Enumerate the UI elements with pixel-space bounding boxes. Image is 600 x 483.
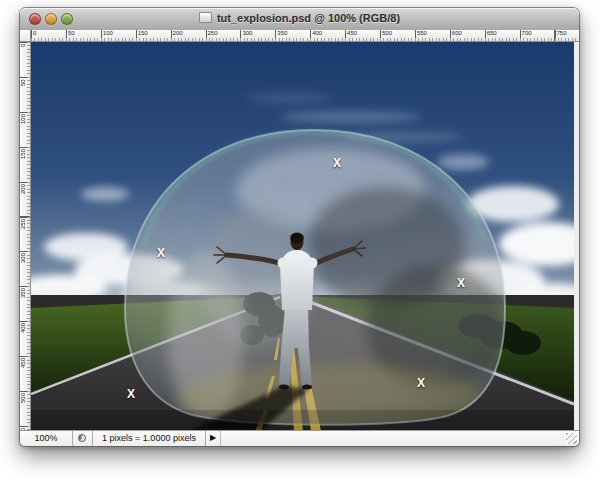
v-ruler-label: 250 bbox=[20, 219, 29, 235]
h-ruler-label: 350 bbox=[277, 30, 287, 37]
v-ruler-label: 0 bbox=[20, 44, 29, 60]
vertical-ruler[interactable]: 050100150200250300350400450500550 bbox=[20, 42, 31, 431]
traffic-lights bbox=[29, 13, 73, 25]
zoom-button[interactable] bbox=[61, 13, 73, 25]
h-ruler-label: 500 bbox=[382, 30, 392, 37]
window-title-text: tut_explosion.psd @ 100% (RGB/8) bbox=[217, 12, 400, 24]
v-ruler-label: 200 bbox=[20, 184, 29, 200]
status-separator bbox=[220, 431, 221, 446]
status-info-text: 1 pixels = 1.0000 pixels bbox=[93, 431, 205, 445]
v-ruler-label: 100 bbox=[20, 114, 29, 130]
close-button[interactable] bbox=[29, 13, 41, 25]
bottom-vignette bbox=[31, 410, 574, 431]
v-ruler-label: 400 bbox=[20, 323, 29, 339]
v-ruler-label: 500 bbox=[20, 393, 29, 409]
h-ruler-label: 600 bbox=[452, 30, 462, 37]
status-bar: 100% 1 pixels = 1.0000 pixels ▶ bbox=[20, 430, 579, 446]
h-ruler-label: 550 bbox=[417, 30, 427, 37]
h-ruler-label: 150 bbox=[138, 30, 148, 37]
h-ruler-label: 650 bbox=[487, 30, 497, 37]
h-ruler-label: 100 bbox=[103, 30, 113, 37]
v-ruler-label: 300 bbox=[20, 253, 29, 269]
document-proxy-icon[interactable] bbox=[199, 12, 212, 23]
ruler-corner-box[interactable] bbox=[20, 30, 31, 42]
h-ruler-label: 300 bbox=[242, 30, 252, 37]
v-ruler-label: 150 bbox=[20, 149, 29, 165]
photoshop-document-window: tut_explosion.psd @ 100% (RGB/8) 0501001… bbox=[20, 8, 579, 446]
h-ruler-label: 250 bbox=[208, 30, 218, 37]
zoom-level-field[interactable]: 100% bbox=[20, 431, 73, 446]
h-ruler-label: 50 bbox=[68, 30, 75, 37]
v-ruler-label: 350 bbox=[20, 288, 29, 304]
horizontal-ruler[interactable]: 0501001502002503003504004505005506006507… bbox=[31, 30, 579, 42]
h-ruler-label: 450 bbox=[347, 30, 357, 37]
h-ruler-label: 200 bbox=[173, 30, 183, 37]
h-ruler-label: 700 bbox=[522, 30, 532, 37]
document-canvas[interactable]: XXXXX bbox=[31, 42, 574, 431]
status-menu-arrow[interactable]: ▶ bbox=[206, 431, 220, 445]
resize-grip[interactable] bbox=[566, 433, 577, 444]
h-ruler-label: 750 bbox=[557, 30, 567, 37]
bubble-sphere bbox=[125, 130, 506, 431]
v-ruler-label: 50 bbox=[20, 79, 29, 95]
h-ruler-label: 400 bbox=[312, 30, 322, 37]
minimize-button[interactable] bbox=[45, 13, 57, 25]
version-cue-icon[interactable] bbox=[78, 434, 86, 442]
window-title: tut_explosion.psd @ 100% (RGB/8) bbox=[20, 8, 579, 29]
photo-scene bbox=[31, 42, 574, 431]
title-bar[interactable]: tut_explosion.psd @ 100% (RGB/8) bbox=[20, 8, 579, 31]
v-ruler-label: 450 bbox=[20, 358, 29, 374]
h-ruler-label: 0 bbox=[33, 30, 36, 37]
